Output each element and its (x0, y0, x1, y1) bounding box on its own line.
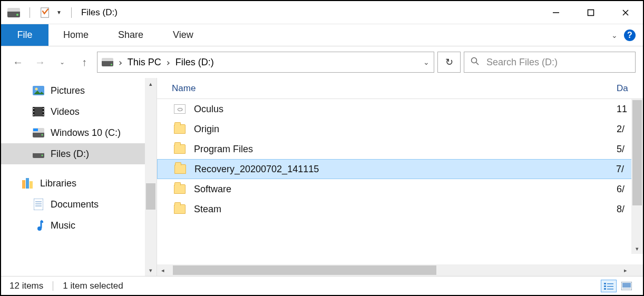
file-row[interactable]: Origin2/ (157, 119, 643, 139)
status-bar: 12 items 1 item selected (1, 276, 643, 295)
drive-c-icon (33, 127, 44, 139)
details-view-button[interactable] (601, 280, 617, 292)
scroll-up-icon[interactable]: ▴ (145, 78, 157, 90)
tab-view[interactable]: View (158, 24, 208, 46)
properties-qat-icon[interactable] (40, 6, 51, 19)
status-separator (53, 281, 53, 291)
refresh-button[interactable]: ↻ (437, 52, 461, 73)
thumbnails-view-button[interactable] (619, 280, 635, 292)
scroll-down-icon[interactable]: ▾ (631, 243, 643, 254)
folder-icon (173, 163, 187, 175)
svg-point-32 (37, 226, 42, 231)
svg-line-6 (476, 63, 479, 65)
svg-rect-26 (26, 178, 29, 189)
folder-icon (173, 203, 187, 215)
navigation-bar: ← → ⌄ ↑ › This PC › Files (D:) ⌄ ↻ Searc… (1, 46, 643, 78)
tab-share[interactable]: Share (103, 24, 158, 46)
address-bar[interactable]: › This PC › Files (D:) ⌄ (97, 52, 434, 73)
svg-rect-20 (33, 129, 38, 131)
maximize-button[interactable] (573, 1, 608, 24)
videos-icon (33, 106, 44, 117)
scroll-down-icon[interactable]: ▾ (145, 264, 157, 276)
svg-point-12 (33, 108, 34, 109)
scroll-right-icon[interactable]: ▸ (620, 264, 631, 276)
breadcrumb-sep-icon[interactable]: › (165, 57, 171, 68)
sidebar-item-videos[interactable]: Videos (1, 101, 157, 122)
file-tab[interactable]: File (1, 24, 48, 46)
filelist-horizontal-scrollbar[interactable]: ◂ ▸ (157, 264, 643, 276)
file-row[interactable]: Recovery_20200702_1411157/ (157, 159, 643, 179)
sidebar-item-label: Libraries (40, 178, 76, 189)
music-icon (33, 220, 44, 231)
file-row[interactable]: Steam8/ (157, 199, 643, 219)
breadcrumb-sep-icon[interactable]: › (118, 57, 123, 68)
scrollbar-thumb[interactable] (173, 265, 436, 275)
scrollbar-thumb[interactable] (146, 183, 155, 210)
search-placeholder: Search Files (D:) (486, 57, 558, 68)
help-icon[interactable]: ? (624, 29, 636, 41)
sidebar-item-pictures[interactable]: Pictures (1, 80, 157, 101)
column-header-date[interactable]: Da (617, 83, 643, 94)
sidebar-item-windows-10-c-[interactable]: Windows 10 (C:) (1, 122, 157, 143)
oculus-folder-icon: ⬭ (173, 103, 187, 115)
search-icon (471, 57, 479, 67)
svg-rect-40 (622, 283, 631, 288)
title-sep-2 (71, 7, 72, 18)
svg-rect-37 (604, 288, 606, 290)
svg-rect-27 (30, 181, 33, 189)
breadcrumb-item[interactable]: This PC (128, 57, 161, 68)
qat-dropdown-icon[interactable]: ▼ (56, 9, 62, 15)
filelist-vertical-scrollbar[interactable]: ▴ ▾ (631, 99, 643, 254)
ribbon-bar: File Home Share View ⌄ ? (1, 24, 643, 46)
drive-d-icon (33, 148, 44, 160)
ribbon-collapse-icon[interactable]: ⌄ (611, 31, 618, 40)
status-selection: 1 item selected (63, 281, 123, 291)
sidebar-item-label: Files (D:) (51, 149, 89, 160)
minimize-button[interactable] (539, 1, 573, 24)
title-bar: ▼ Files (D:) (1, 1, 643, 24)
pane-collapse-icon[interactable]: ⌃ (400, 78, 406, 82)
sidebar-item-files-d-[interactable]: Files (D:) (1, 143, 157, 164)
navigation-pane: PicturesVideosWindows 10 (C:)Files (D:)L… (1, 78, 157, 276)
forward-button[interactable]: → (31, 53, 50, 72)
svg-point-21 (42, 134, 43, 136)
scrollbar-thumb[interactable] (632, 100, 642, 205)
svg-rect-33 (604, 283, 606, 284)
sidebar-item-libraries[interactable]: Libraries (1, 173, 157, 194)
file-row[interactable]: Software6/ (157, 179, 643, 199)
svg-point-24 (42, 155, 43, 156)
title-sep-1 (30, 7, 30, 18)
file-name: Origin (194, 124, 617, 135)
up-button[interactable]: ↑ (75, 53, 94, 72)
svg-rect-23 (33, 150, 44, 153)
file-row[interactable]: Program Files5/ (157, 139, 643, 159)
file-name: Recovery_20200702_141115 (194, 164, 616, 175)
file-list-pane: ⌃ Name Da ⬭Oculus11Origin2/Program Files… (157, 78, 643, 276)
recent-locations-button[interactable]: ⌄ (53, 53, 72, 72)
svg-rect-38 (607, 289, 613, 290)
sidebar-item-label: Documents (51, 199, 99, 210)
folder-icon (173, 183, 187, 195)
svg-point-15 (43, 108, 44, 109)
close-button[interactable] (608, 1, 643, 24)
libraries-icon (22, 177, 34, 189)
pictures-icon (33, 85, 44, 96)
tab-home[interactable]: Home (48, 24, 103, 46)
window-title: Files (D:) (81, 7, 118, 18)
address-drive-icon (102, 58, 113, 66)
sidebar-item-documents[interactable]: Documents (1, 194, 157, 215)
search-input[interactable]: Search Files (D:) (464, 52, 636, 73)
sidebar-item-music[interactable]: Music (1, 215, 157, 236)
documents-icon (33, 199, 44, 210)
breadcrumb-item[interactable]: Files (D:) (175, 57, 214, 68)
address-dropdown-icon[interactable]: ⌄ (423, 58, 430, 66)
file-row[interactable]: ⬭Oculus11 (157, 99, 643, 119)
svg-rect-2 (588, 9, 594, 15)
sidebar-scrollbar[interactable]: ▴ ▾ (145, 78, 157, 276)
sidebar-item-label: Windows 10 (C:) (51, 127, 121, 139)
scroll-left-icon[interactable]: ◂ (157, 264, 169, 276)
back-button[interactable]: ← (8, 53, 27, 72)
column-header-name[interactable]: Name (172, 83, 617, 94)
file-name: Software (194, 184, 617, 195)
drive-icon (7, 8, 20, 17)
